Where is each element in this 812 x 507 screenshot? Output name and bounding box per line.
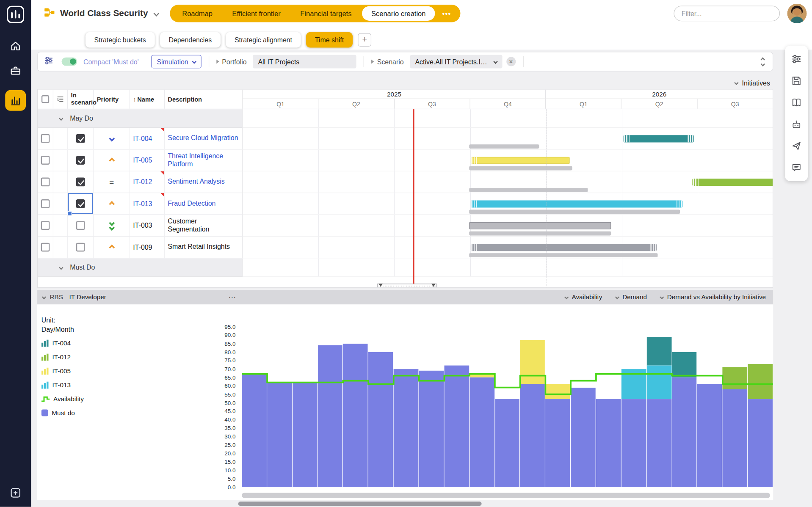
initiatives-chevron-down-icon[interactable] bbox=[734, 81, 738, 85]
name-cell: IT-009 bbox=[130, 237, 165, 258]
page-horizontal-scrollbar[interactable] bbox=[238, 501, 482, 506]
rbs-more-button[interactable]: ⋯ bbox=[228, 293, 237, 301]
user-avatar[interactable] bbox=[787, 4, 806, 23]
chevron-down-icon bbox=[564, 295, 569, 299]
column-header-priority[interactable]: Priority bbox=[94, 90, 130, 109]
time-shift-slider[interactable] bbox=[377, 284, 437, 288]
sidebar-item-portfolio-analysis[interactable] bbox=[5, 90, 26, 111]
save-icon[interactable] bbox=[790, 74, 803, 87]
chart-segment-it-012 bbox=[748, 364, 773, 400]
in-scenario-checkbox[interactable] bbox=[76, 178, 85, 187]
column-header-in-scenario[interactable]: In scenario bbox=[68, 90, 94, 109]
column-header-name[interactable]: ↑ Name bbox=[130, 90, 165, 109]
unit-block: Unit: Day/Month bbox=[41, 316, 74, 334]
sidebar-add-button[interactable] bbox=[10, 487, 21, 499]
group-chevron-down-icon[interactable] bbox=[59, 116, 63, 120]
sidebar-item-home[interactable] bbox=[10, 40, 21, 52]
initiative-description-link[interactable]: Fraud Detection bbox=[168, 200, 215, 207]
initiative-id-link[interactable]: IT-012 bbox=[133, 178, 152, 186]
gantt-bar[interactable] bbox=[623, 135, 693, 142]
y-axis: 95.090.085.080.075.070.065.060.055.050.0… bbox=[208, 327, 236, 487]
add-view-button[interactable]: + bbox=[358, 33, 371, 47]
scenario-select-value: Active.All IT Projects.IT_PM bbox=[415, 58, 491, 65]
scenario-select[interactable]: Active.All IT Projects.IT_PM bbox=[410, 55, 502, 69]
name-cell: IT-005 bbox=[130, 150, 165, 171]
quarter-label: Q3 bbox=[394, 99, 470, 109]
in-scenario-checkbox[interactable] bbox=[76, 243, 85, 252]
row-select-checkbox[interactable] bbox=[41, 199, 50, 208]
view-tab-strategic-alignment[interactable]: Strategic alignment bbox=[226, 32, 301, 48]
initiative-id-link[interactable]: IT-004 bbox=[133, 135, 152, 142]
select-all-checkbox[interactable] bbox=[41, 95, 49, 103]
clear-scenario-button[interactable]: ✕ bbox=[506, 57, 516, 66]
chart-bar bbox=[242, 327, 267, 487]
portfolio-collapse-icon[interactable] bbox=[216, 60, 219, 64]
scenario-label: Scenario bbox=[377, 58, 404, 65]
gantt-bar[interactable] bbox=[471, 200, 683, 207]
book-icon[interactable] bbox=[790, 96, 803, 109]
app-logo-icon[interactable] bbox=[6, 5, 25, 26]
gantt-group-row[interactable]: Must Do bbox=[38, 258, 773, 277]
sidebar-item-toolbox[interactable] bbox=[10, 65, 21, 77]
row-select-checkbox[interactable] bbox=[41, 134, 50, 143]
row-select-checkbox[interactable] bbox=[41, 221, 50, 230]
filter-input[interactable] bbox=[674, 6, 780, 21]
robot-icon[interactable] bbox=[790, 118, 803, 130]
resource-view-option[interactable]: Availability bbox=[565, 294, 602, 301]
initiative-description-link[interactable]: Secure Cloud Migration bbox=[168, 135, 238, 142]
tab-scenario-creation[interactable]: Scenario creation bbox=[362, 6, 435, 21]
initiative-description-link[interactable]: Customer Segmentation bbox=[168, 218, 239, 233]
initiative-id-link[interactable]: IT-009 bbox=[133, 243, 152, 251]
tabs-more-button[interactable]: ••• bbox=[436, 6, 457, 21]
view-tab-strategic-buckets[interactable]: Strategic buckets bbox=[86, 32, 155, 48]
in-scenario-checkbox[interactable] bbox=[76, 199, 85, 208]
in-scenario-checkbox[interactable] bbox=[76, 156, 85, 165]
timeline-years: 20252026 bbox=[242, 90, 773, 99]
initiatives-label[interactable]: Initiatives bbox=[742, 79, 770, 87]
chart-horizontal-scrollbar[interactable] bbox=[242, 493, 770, 498]
mode-select[interactable]: Simulation bbox=[151, 55, 201, 69]
send-icon[interactable] bbox=[790, 140, 803, 152]
row-select-checkbox[interactable] bbox=[41, 243, 50, 252]
divider bbox=[208, 56, 209, 67]
comment-icon[interactable] bbox=[790, 162, 803, 174]
tune-icon[interactable] bbox=[44, 56, 53, 67]
rbs-value[interactable]: IT Developer bbox=[69, 294, 106, 301]
tab-financial-targets[interactable]: Financial targets bbox=[291, 6, 361, 21]
gantt-bar[interactable] bbox=[471, 244, 657, 251]
row-select-checkbox[interactable] bbox=[41, 156, 50, 165]
gantt-bar[interactable] bbox=[692, 179, 773, 186]
gantt-bar[interactable] bbox=[469, 222, 611, 229]
initiative-id-link[interactable]: IT-005 bbox=[133, 156, 152, 164]
title-chevron-down-icon[interactable] bbox=[153, 11, 159, 17]
view-tab-dependencies[interactable]: Dependencies bbox=[160, 32, 221, 48]
compact-mustdo-toggle[interactable] bbox=[62, 58, 77, 66]
in-scenario-checkbox[interactable] bbox=[76, 221, 85, 230]
toolbar-expand-collapse[interactable] bbox=[761, 58, 766, 65]
portfolio-select[interactable]: All IT Projects bbox=[253, 55, 356, 69]
view-tab-time-shift[interactable]: Time shift bbox=[306, 32, 353, 48]
row-select-checkbox[interactable] bbox=[41, 178, 50, 187]
rbs-chevron-down-icon[interactable] bbox=[42, 295, 46, 299]
y-axis-tick-label: 10.0 bbox=[224, 467, 235, 474]
column-header-description[interactable]: Description bbox=[165, 90, 242, 109]
group-chevron-down-icon[interactable] bbox=[59, 265, 63, 270]
scenario-collapse-icon[interactable] bbox=[371, 60, 374, 64]
priority-double-down-icon bbox=[110, 221, 114, 230]
right-toolbar-rail bbox=[785, 46, 808, 181]
initiative-description-link[interactable]: Threat Intelligence Platform bbox=[168, 152, 239, 168]
tab-efficient-frontier[interactable]: Efficient frontier bbox=[223, 6, 290, 21]
tab-roadmap[interactable]: Roadmap bbox=[173, 6, 222, 21]
initiative-description-link[interactable]: Smart Retail Insights bbox=[168, 243, 230, 251]
rail-tune-icon[interactable] bbox=[790, 53, 803, 65]
resource-view-option[interactable]: Demand bbox=[616, 294, 647, 301]
gantt-group-row[interactable]: May Do bbox=[38, 109, 773, 128]
in-scenario-checkbox[interactable] bbox=[76, 134, 85, 143]
chart-bar bbox=[495, 327, 520, 487]
initiative-description-link[interactable]: Sentiment Analysis bbox=[168, 178, 224, 186]
resource-view-option[interactable]: Demand vs Availability by Initiative bbox=[660, 294, 766, 301]
hierarchy-column-header[interactable] bbox=[53, 90, 68, 109]
gantt-bar[interactable] bbox=[471, 157, 570, 164]
initiative-id-link[interactable]: IT-013 bbox=[133, 200, 152, 207]
initiative-id-link[interactable]: IT-003 bbox=[133, 222, 152, 229]
